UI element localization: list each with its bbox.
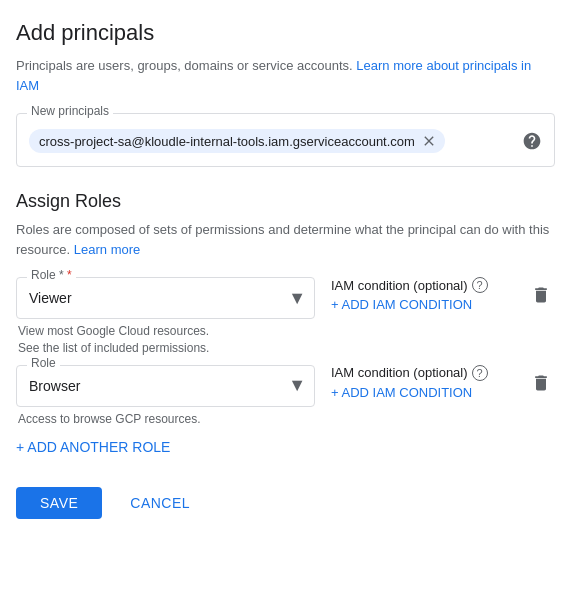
iam-condition-1: IAM condition (optional) ? + ADD IAM CON… — [331, 277, 511, 312]
role-legend-2: Role — [27, 356, 60, 370]
role-left-1: Role * Viewer Editor Owner Browser ▼ Vie… — [16, 277, 315, 357]
save-button[interactable]: SAVE — [16, 487, 102, 519]
role-arrow-1: ▼ — [288, 288, 306, 309]
iam-condition-help-icon-2[interactable]: ? — [472, 365, 488, 381]
role-row-2: Role Browser Viewer Editor Owner ▼ Acces… — [16, 365, 555, 428]
chip-close-icon[interactable] — [421, 133, 437, 149]
iam-condition-label-2: IAM condition (optional) ? — [331, 365, 511, 381]
page-title: Add principals — [16, 20, 555, 46]
iam-condition-2: IAM condition (optional) ? + ADD IAM CON… — [331, 365, 511, 400]
learn-more-roles-link[interactable]: Learn more — [74, 242, 140, 257]
iam-condition-label-1: IAM condition (optional) ? — [331, 277, 511, 293]
role-fieldset-2: Role Browser Viewer Editor Owner ▼ — [16, 365, 315, 407]
action-buttons: SAVE CANCEL — [16, 487, 555, 519]
new-principals-box: New principals cross-project-sa@kloudle-… — [16, 113, 555, 167]
add-iam-condition-button-2[interactable]: + ADD IAM CONDITION — [331, 385, 472, 400]
iam-condition-help-icon-1[interactable]: ? — [472, 277, 488, 293]
new-principals-legend: New principals — [27, 104, 113, 118]
delete-role-button-2[interactable] — [527, 365, 555, 393]
role-row-1: Role * Viewer Editor Owner Browser ▼ Vie… — [16, 277, 555, 357]
role-select-wrapper-2: Browser Viewer Editor Owner ▼ — [17, 366, 314, 406]
role-left-2: Role Browser Viewer Editor Owner ▼ Acces… — [16, 365, 315, 428]
delete-role-button-1[interactable] — [527, 277, 555, 305]
role-hint-2: Access to browse GCP resources. — [16, 411, 315, 428]
new-principals-help-button[interactable] — [522, 131, 542, 151]
role-arrow-2: ▼ — [288, 375, 306, 396]
role-fieldset-1: Role * Viewer Editor Owner Browser ▼ — [16, 277, 315, 319]
principal-chip: cross-project-sa@kloudle-internal-tools.… — [29, 129, 445, 153]
chip-label: cross-project-sa@kloudle-internal-tools.… — [39, 134, 415, 149]
role-select-1[interactable]: Viewer Editor Owner Browser — [29, 290, 288, 306]
role-hint-1: View most Google Cloud resources. See th… — [16, 323, 315, 357]
role-select-2[interactable]: Browser Viewer Editor Owner — [29, 378, 288, 394]
page-subtitle: Principals are users, groups, domains or… — [16, 56, 555, 95]
assign-roles-title: Assign Roles — [16, 191, 555, 212]
add-another-role-button[interactable]: + ADD ANOTHER ROLE — [16, 435, 170, 459]
chip-row: cross-project-sa@kloudle-internal-tools.… — [29, 122, 542, 154]
assign-roles-subtitle: Roles are composed of sets of permission… — [16, 220, 555, 259]
role-select-wrapper-1: Viewer Editor Owner Browser ▼ — [17, 278, 314, 318]
role-legend-1: Role * — [27, 268, 76, 282]
cancel-button[interactable]: CANCEL — [114, 487, 206, 519]
add-iam-condition-button-1[interactable]: + ADD IAM CONDITION — [331, 297, 472, 312]
